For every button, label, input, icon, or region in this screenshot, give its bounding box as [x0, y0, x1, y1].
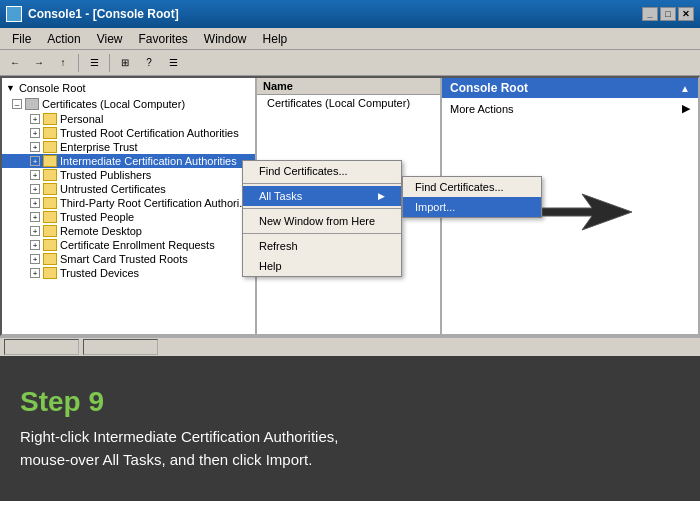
- certs-expand-btn[interactable]: –: [12, 99, 22, 109]
- tree-root-item[interactable]: ▼ Console Root: [2, 80, 255, 96]
- maximize-btn[interactable]: □: [660, 7, 676, 21]
- menu-file[interactable]: File: [4, 30, 39, 48]
- console-body: ▼ Console Root – Certificates (Local Com…: [0, 76, 700, 336]
- enterprise-expand[interactable]: +: [30, 142, 40, 152]
- tree-item-intermediate[interactable]: + Intermediate Certification Authorities: [2, 154, 255, 168]
- window-title: Console1 - [Console Root]: [28, 7, 642, 21]
- certs-root-item[interactable]: – Certificates (Local Computer): [2, 96, 255, 112]
- extra-btn[interactable]: ☰: [162, 53, 184, 73]
- thirdparty-expand[interactable]: +: [30, 198, 40, 208]
- folder-icon-remote: [43, 225, 57, 237]
- ctx-separator-3: [243, 233, 401, 234]
- app-icon: [6, 6, 22, 22]
- certs-root-row[interactable]: – Certificates (Local Computer): [8, 97, 187, 111]
- title-bar: Console1 - [Console Root] _ □ ✕: [0, 0, 700, 28]
- personal-expand[interactable]: +: [30, 114, 40, 124]
- ctx-separator-2: [243, 208, 401, 209]
- tree-item-thirdparty[interactable]: + Third-Party Root Certification Authori…: [2, 196, 255, 210]
- sub-import[interactable]: Import...: [403, 197, 541, 217]
- menu-view[interactable]: View: [89, 30, 131, 48]
- tree-item-trusted-devices[interactable]: + Trusted Devices: [2, 266, 255, 280]
- publishers-expand[interactable]: +: [30, 170, 40, 180]
- ctx-separator-1: [243, 183, 401, 184]
- toolbar: ← → ↑ ☰ ⊞ ? ☰: [0, 50, 700, 76]
- window-controls: _ □ ✕: [642, 7, 694, 21]
- context-menu: Find Certificates... All Tasks ▶ New Win…: [242, 160, 402, 277]
- folder-icon-enterprise: [43, 141, 57, 153]
- tree-item-publishers[interactable]: + Trusted Publishers: [2, 168, 255, 182]
- actions-arrow-icon: ▲: [680, 83, 690, 94]
- sub-import-label: Import...: [415, 201, 455, 213]
- arrow-svg: [542, 190, 632, 234]
- folder-icon-untrusted: [43, 183, 57, 195]
- help-btn[interactable]: ?: [138, 53, 160, 73]
- smartcard-expand[interactable]: +: [30, 254, 40, 264]
- intermediate-expand[interactable]: +: [30, 156, 40, 166]
- folder-icon-enrollment: [43, 239, 57, 251]
- name-panel-value: Certificates (Local Computer): [267, 97, 410, 109]
- step-description-line2: mouse-over All Tasks, and then click Imp…: [20, 451, 312, 468]
- tree-item-enterprise[interactable]: + Enterprise Trust: [2, 140, 255, 154]
- certs-root-label: Certificates (Local Computer): [42, 98, 185, 110]
- tree-item-smartcard[interactable]: + Smart Card Trusted Roots: [2, 252, 255, 266]
- actions-panel-header: Console Root ▲: [442, 78, 698, 98]
- tree-item-trusted-people[interactable]: + Trusted People: [2, 210, 255, 224]
- separator-2: [109, 54, 110, 72]
- tree-item-enrollment[interactable]: + Certificate Enrollment Requests: [2, 238, 255, 252]
- tree-item-remote[interactable]: + Remote Desktop: [2, 224, 255, 238]
- status-segment-1: [4, 339, 79, 355]
- separator-1: [78, 54, 79, 72]
- root-expand[interactable]: ▼: [6, 83, 15, 93]
- more-actions-item[interactable]: More Actions ▶: [442, 98, 698, 119]
- ctx-help-label: Help: [259, 260, 282, 272]
- computer-icon: [25, 98, 39, 110]
- folder-icon-personal: [43, 113, 57, 125]
- submenu: Find Certificates... Import...: [402, 176, 542, 218]
- ctx-all-tasks-label: All Tasks: [259, 190, 302, 202]
- minimize-btn[interactable]: _: [642, 7, 658, 21]
- sub-find-label: Find Certificates...: [415, 181, 504, 193]
- trusted-devices-expand[interactable]: +: [30, 268, 40, 278]
- step-description: Right-click Intermediate Certification A…: [20, 426, 680, 471]
- menu-window[interactable]: Window: [196, 30, 255, 48]
- folder-icon-trusted-devices: [43, 267, 57, 279]
- ctx-new-window[interactable]: New Window from Here: [243, 211, 401, 231]
- forward-btn[interactable]: →: [28, 53, 50, 73]
- enrollment-expand[interactable]: +: [30, 240, 40, 250]
- ctx-refresh[interactable]: Refresh: [243, 236, 401, 256]
- tree-item-untrusted[interactable]: + Untrusted Certificates: [2, 182, 255, 196]
- folder-icon-intermediate: [43, 155, 57, 167]
- status-segment-2: [83, 339, 158, 355]
- folder-icon-trusted-root: [43, 127, 57, 139]
- sub-find[interactable]: Find Certificates...: [403, 177, 541, 197]
- ctx-help[interactable]: Help: [243, 256, 401, 276]
- actions-title: Console Root: [450, 81, 528, 95]
- remote-expand[interactable]: +: [30, 226, 40, 236]
- folder-icon-trusted-people: [43, 211, 57, 223]
- window-content: ▼ Console Root – Certificates (Local Com…: [0, 76, 700, 356]
- trusted-root-expand[interactable]: +: [30, 128, 40, 138]
- ctx-all-tasks[interactable]: All Tasks ▶: [243, 186, 401, 206]
- back-btn[interactable]: ←: [4, 53, 26, 73]
- menu-favorites[interactable]: Favorites: [131, 30, 196, 48]
- close-btn[interactable]: ✕: [678, 7, 694, 21]
- step-title: Step 9: [20, 386, 680, 418]
- ctx-all-tasks-arrow: ▶: [378, 191, 385, 201]
- name-panel-item[interactable]: Certificates (Local Computer): [257, 95, 440, 111]
- show-hide-btn[interactable]: ☰: [83, 53, 105, 73]
- trusted-people-expand[interactable]: +: [30, 212, 40, 222]
- untrusted-expand[interactable]: +: [30, 184, 40, 194]
- arrow-pointer: [542, 190, 632, 238]
- tree-item-personal[interactable]: + Personal: [2, 112, 255, 126]
- menu-help[interactable]: Help: [255, 30, 296, 48]
- up-btn[interactable]: ↑: [52, 53, 74, 73]
- menu-action[interactable]: Action: [39, 30, 88, 48]
- folder-icon-smartcard: [43, 253, 57, 265]
- status-bar: [0, 336, 700, 356]
- more-actions-arrow: ▶: [682, 102, 690, 115]
- ctx-find[interactable]: Find Certificates...: [243, 161, 401, 181]
- ctx-find-label: Find Certificates...: [259, 165, 348, 177]
- root-label: Console Root: [19, 82, 86, 94]
- new-window-btn[interactable]: ⊞: [114, 53, 136, 73]
- tree-item-trusted-root[interactable]: + Trusted Root Certification Authorities: [2, 126, 255, 140]
